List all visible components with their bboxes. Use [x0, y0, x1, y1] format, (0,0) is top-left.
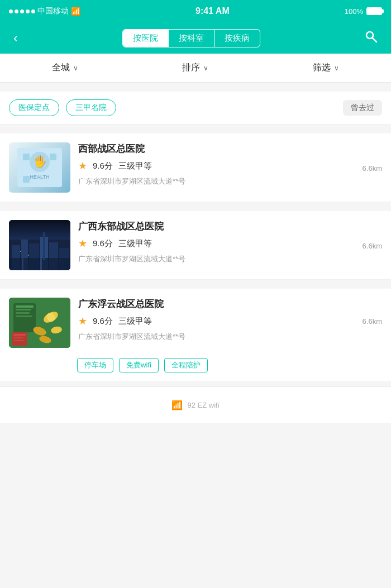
chevron-down-icon: ∨: [203, 64, 208, 72]
tag-toprank[interactable]: 三甲名院: [66, 99, 116, 116]
svg-rect-8: [23, 176, 30, 183]
battery-percent: 100%: [345, 7, 363, 16]
svg-rect-25: [40, 258, 42, 270]
status-bar: 中国移动 📶 9:41 AM 100%: [0, 0, 391, 22]
tab-department[interactable]: 按科室: [169, 30, 214, 47]
filter-screen[interactable]: 筛选 ∨: [313, 62, 339, 74]
filter-sort[interactable]: 排序 ∨: [182, 62, 208, 74]
hospital-image-2: [9, 220, 70, 270]
wifi-text: 92 EZ wifi: [187, 401, 219, 409]
hospital-rating-3: ★ 9.6分 三级甲等: [78, 315, 382, 327]
hospital-item-3[interactable]: 广东浮云战区总医院 ★ 9.6分 三级甲等 广东省深圳市罗湖区流域大道**号 6…: [0, 289, 391, 382]
svg-rect-27: [9, 220, 70, 240]
filter-screen-label: 筛选: [313, 62, 331, 74]
time-label: 9:41 AM: [196, 6, 230, 16]
svg-rect-7: [50, 154, 56, 160]
hospital-item-1[interactable]: 🖐 HEALTH 西部战区总医院 ★ 9.6分 三级甲等 广东省深圳市罗湖区流域…: [0, 133, 391, 202]
tab-hospital[interactable]: 按医院: [123, 30, 169, 47]
tag-visited[interactable]: 曾去过: [343, 100, 382, 116]
svg-rect-33: [16, 305, 34, 308]
distance-3: 6.6km: [363, 317, 382, 326]
nav-bar: ‹ 按医院 按科室 按疾病: [0, 22, 391, 54]
rating-score-1: 9.6分: [93, 161, 113, 171]
hospital-rating-2: ★ 9.6分 三级甲等: [78, 237, 382, 250]
svg-rect-26: [22, 258, 23, 270]
hospital-info-1: 西部战区总医院 ★ 9.6分 三级甲等 广东省深圳市罗湖区流域大道**号: [78, 142, 382, 193]
svg-rect-36: [16, 315, 32, 317]
battery-icon: [366, 7, 382, 15]
hospital-tags-3: 停车场 免费wifi 全程陪护: [0, 358, 391, 381]
carrier-label: 中国移动: [37, 6, 69, 16]
svg-rect-12: [20, 251, 21, 252]
svg-rect-34: [16, 309, 31, 310]
filter-city[interactable]: 全城 ∨: [52, 62, 78, 74]
bottom-wifi-bar: 📶 92 EZ wifi: [0, 386, 391, 423]
hospital-info-2: 广西东部战区总医院 ★ 9.6分 三级甲等 广东省深圳市罗湖区流域大道**号: [78, 220, 382, 270]
wifi-icon: 📶: [71, 7, 80, 16]
rating-level-3: 三级甲等: [118, 316, 152, 327]
svg-text:HEALTH: HEALTH: [30, 174, 50, 180]
chevron-down-icon: ∨: [334, 64, 339, 72]
search-button[interactable]: [360, 27, 382, 49]
status-left: 中国移动 📶: [9, 6, 80, 16]
svg-rect-44: [13, 337, 23, 338]
star-icon: ★: [78, 237, 87, 250]
tag-insurance[interactable]: 医保定点: [9, 99, 59, 116]
svg-rect-29: [43, 232, 45, 260]
filter-sort-label: 排序: [182, 62, 200, 74]
hospital-name-2: 广西东部战区总医院: [78, 220, 382, 233]
h-tag-parking[interactable]: 停车场: [77, 358, 113, 372]
hospital-info-3: 广东浮云战区总医院 ★ 9.6分 三级甲等 广东省深圳市罗湖区流域大道**号: [78, 298, 382, 348]
distance-2: 6.6km: [363, 242, 382, 250]
svg-rect-6: [23, 154, 30, 160]
star-icon: ★: [78, 160, 87, 172]
rating-score-3: 9.6分: [93, 316, 113, 327]
h-tag-escort[interactable]: 全程陪护: [164, 358, 208, 372]
svg-rect-24: [9, 258, 70, 270]
nav-tabs: 按医院 按科室 按疾病: [122, 29, 260, 47]
h-tag-wifi[interactable]: 免费wifi: [119, 358, 159, 372]
svg-rect-45: [13, 340, 25, 341]
status-right: 100%: [345, 7, 382, 16]
filter-bar: 全城 ∨ 排序 ∨ 筛选 ∨: [0, 54, 391, 83]
back-button[interactable]: ‹: [9, 28, 22, 48]
signal-dots: [9, 9, 35, 13]
hospital-addr-3: 广东省深圳市罗湖区流域大道**号: [78, 332, 382, 342]
chevron-down-icon: ∨: [73, 64, 78, 72]
hospital-name-3: 广东浮云战区总医院: [78, 298, 382, 310]
star-icon: ★: [78, 315, 87, 327]
svg-text:🖐: 🖐: [33, 155, 47, 168]
rating-level-1: 三级甲等: [118, 161, 152, 171]
hospital-item-2[interactable]: 广西东部战区总医院 ★ 9.6分 三级甲等 广东省深圳市罗湖区流域大道**号 6…: [0, 211, 391, 280]
hospital-rating-1: ★ 9.6分 三级甲等: [78, 160, 382, 172]
svg-rect-43: [13, 334, 26, 336]
rating-score-2: 9.6分: [93, 238, 113, 249]
svg-rect-35: [16, 312, 30, 314]
distance-1: 6.6km: [363, 164, 382, 173]
hospital-name-1: 西部战区总医院: [78, 142, 382, 155]
hospital-image-3: [9, 298, 70, 348]
hospital-addr-1: 广东省深圳市罗湖区流域大道**号: [78, 176, 382, 187]
wifi-icon: 📶: [171, 400, 183, 410]
rating-level-2: 三级甲等: [118, 238, 152, 249]
svg-line-1: [373, 38, 376, 42]
hospital-image-1: 🖐 HEALTH: [9, 142, 70, 193]
tab-disease[interactable]: 按疾病: [214, 30, 260, 47]
tags-row: 医保定点 三甲名院 曾去过: [0, 92, 391, 125]
hospital-addr-2: 广东省深圳市罗湖区流域大道**号: [78, 254, 382, 264]
filter-city-label: 全城: [52, 62, 70, 74]
